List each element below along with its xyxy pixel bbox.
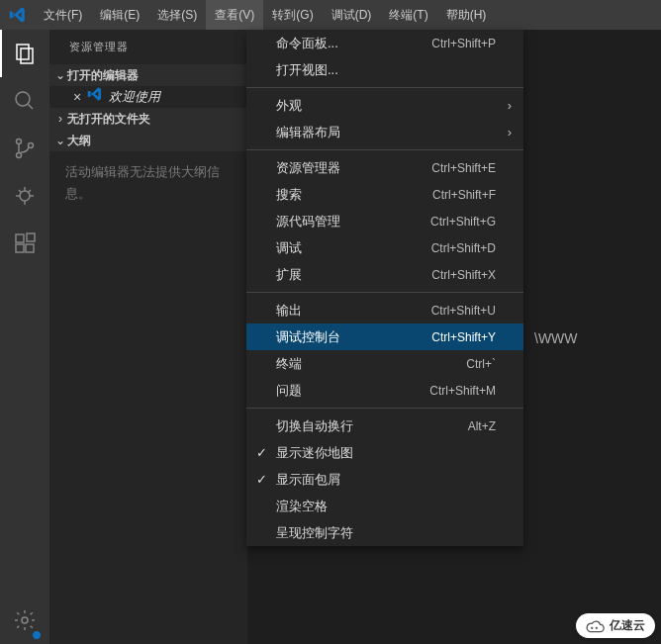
menu-terminal[interactable]: 终端(T) bbox=[380, 0, 436, 30]
menu-item-label: 渲染空格 bbox=[276, 498, 496, 515]
menu-item-shortcut: Ctrl+Shift+Y bbox=[431, 330, 496, 344]
svg-line-13 bbox=[29, 190, 32, 193]
menu-edit[interactable]: 编辑(E) bbox=[91, 0, 148, 30]
svg-line-3 bbox=[28, 104, 33, 109]
vscode-file-icon bbox=[87, 86, 103, 109]
menu-item-label: 调试控制台 bbox=[276, 328, 431, 346]
menu-item-shortcut: Ctrl+Shift+X bbox=[431, 268, 496, 282]
menu-item-label: 终端 bbox=[276, 355, 466, 373]
menu-help[interactable]: 帮助(H) bbox=[437, 0, 496, 30]
chevron-right-icon: › bbox=[508, 125, 512, 139]
section-label: 大纲 bbox=[67, 130, 91, 151]
menu-item-资源管理器[interactable]: 资源管理器Ctrl+Shift+E bbox=[246, 154, 523, 181]
outline-empty-message: 活动编辑器无法提供大纲信息。 bbox=[49, 151, 247, 205]
svg-point-4 bbox=[17, 139, 22, 144]
menu-item-编辑器布局[interactable]: 编辑器布局› bbox=[246, 119, 523, 145]
svg-rect-17 bbox=[27, 233, 35, 241]
menu-item-label: 源代码管理 bbox=[276, 213, 430, 230]
chevron-down-icon: ⌄ bbox=[53, 64, 67, 86]
extensions-icon[interactable] bbox=[0, 220, 49, 267]
menu-item-显示迷你地图[interactable]: ✓显示迷你地图 bbox=[246, 439, 523, 466]
sidebar-title: 资源管理器 bbox=[49, 30, 247, 64]
menu-item-shortcut: Ctrl+Shift+E bbox=[431, 161, 496, 175]
menu-separator bbox=[246, 87, 523, 88]
menu-item-label: 调试 bbox=[276, 239, 431, 257]
menu-item-shortcut: Ctrl+Shift+F bbox=[432, 188, 496, 202]
menu-separator bbox=[246, 292, 523, 293]
section-open-editors[interactable]: ⌄ 打开的编辑器 bbox=[49, 64, 247, 86]
menu-selection[interactable]: 选择(S) bbox=[148, 0, 206, 30]
menu-item-扩展[interactable]: 扩展Ctrl+Shift+X bbox=[246, 261, 523, 288]
menu-item-渲染空格[interactable]: 渲染空格 bbox=[246, 493, 523, 519]
open-editor-welcome[interactable]: × 欢迎使用 bbox=[49, 86, 247, 108]
section-label: 打开的编辑器 bbox=[67, 64, 139, 86]
menu-separator bbox=[246, 149, 523, 150]
svg-rect-16 bbox=[26, 244, 34, 252]
svg-rect-14 bbox=[16, 234, 24, 242]
menu-item-问题[interactable]: 问题Ctrl+Shift+M bbox=[246, 377, 523, 404]
svg-point-20 bbox=[596, 626, 598, 628]
settings-icon[interactable] bbox=[0, 597, 49, 644]
menu-view[interactable]: 查看(V) bbox=[206, 0, 263, 30]
menu-item-输出[interactable]: 输出Ctrl+Shift+U bbox=[246, 297, 523, 323]
svg-rect-1 bbox=[21, 48, 33, 63]
menu-item-打开视图...[interactable]: 打开视图... bbox=[246, 56, 523, 83]
svg-point-2 bbox=[16, 92, 30, 106]
svg-line-12 bbox=[19, 190, 22, 193]
menu-item-shortcut: Ctrl+Shift+D bbox=[431, 241, 496, 255]
explorer-icon[interactable] bbox=[0, 30, 49, 77]
menu-item-调试控制台[interactable]: 调试控制台Ctrl+Shift+Y bbox=[246, 323, 523, 350]
menu-item-shortcut: Ctrl+Shift+U bbox=[431, 304, 496, 318]
svg-rect-15 bbox=[16, 244, 24, 252]
menu-file[interactable]: 文件(F) bbox=[35, 0, 91, 30]
menu-item-搜索[interactable]: 搜索Ctrl+Shift+F bbox=[246, 181, 523, 208]
section-label: 无打开的文件夹 bbox=[67, 108, 150, 130]
watermark: 亿速云 bbox=[576, 613, 655, 638]
menu-item-终端[interactable]: 终端Ctrl+` bbox=[246, 350, 523, 377]
open-editor-label: 欢迎使用 bbox=[109, 86, 160, 108]
section-outline[interactable]: ⌄ 大纲 bbox=[49, 130, 247, 151]
check-icon: ✓ bbox=[256, 445, 267, 460]
section-no-folder[interactable]: › 无打开的文件夹 bbox=[49, 108, 247, 130]
menu-item-label: 资源管理器 bbox=[276, 159, 431, 177]
menu-item-外观[interactable]: 外观› bbox=[246, 92, 523, 119]
svg-point-19 bbox=[591, 626, 593, 628]
menu-item-命令面板...[interactable]: 命令面板...Ctrl+Shift+P bbox=[246, 30, 523, 56]
vscode-logo-icon bbox=[0, 6, 35, 24]
svg-point-6 bbox=[29, 143, 34, 148]
menu-item-label: 打开视图... bbox=[276, 61, 496, 79]
svg-rect-0 bbox=[17, 45, 29, 59]
check-icon: ✓ bbox=[256, 472, 267, 487]
search-icon[interactable] bbox=[0, 77, 49, 125]
view-menu-dropdown[interactable]: 命令面板...Ctrl+Shift+P打开视图...外观›编辑器布局›资源管理器… bbox=[246, 30, 523, 546]
menu-item-label: 显示迷你地图 bbox=[276, 444, 496, 462]
titlebar: 文件(F) 编辑(E) 选择(S) 查看(V) 转到(G) 调试(D) 终端(T… bbox=[0, 0, 661, 30]
svg-point-5 bbox=[17, 153, 22, 158]
menu-item-shortcut: Ctrl+Shift+P bbox=[431, 37, 496, 50]
chevron-right-icon: › bbox=[508, 98, 512, 113]
menu-item-label: 编辑器布局 bbox=[276, 124, 496, 141]
activitybar bbox=[0, 30, 49, 644]
sidebar: 资源管理器 ⌄ 打开的编辑器 × 欢迎使用 › 无打开的文件夹 ⌄ 大纲 活动编… bbox=[49, 30, 247, 644]
menu-item-显示面包屑[interactable]: ✓显示面包屑 bbox=[246, 466, 523, 493]
menu-item-源代码管理[interactable]: 源代码管理Ctrl+Shift+G bbox=[246, 208, 523, 234]
menu-item-label: 扩展 bbox=[276, 266, 431, 284]
debug-icon[interactable] bbox=[0, 172, 49, 220]
menu-item-label: 切换自动换行 bbox=[276, 417, 468, 435]
chevron-down-icon: ⌄ bbox=[53, 130, 67, 151]
menu-item-呈现控制字符[interactable]: 呈现控制字符 bbox=[246, 519, 523, 546]
menu-separator bbox=[246, 408, 523, 409]
menu-item-切换自动换行[interactable]: 切换自动换行Alt+Z bbox=[246, 413, 523, 439]
chevron-right-icon: › bbox=[53, 108, 67, 130]
menu-item-label: 显示面包屑 bbox=[276, 471, 496, 489]
close-icon[interactable]: × bbox=[73, 86, 81, 108]
svg-point-18 bbox=[22, 617, 28, 623]
menu-item-label: 输出 bbox=[276, 302, 431, 320]
menu-item-shortcut: Ctrl+Shift+G bbox=[430, 215, 496, 229]
menu-go[interactable]: 转到(G) bbox=[263, 0, 322, 30]
menu-debug[interactable]: 调试(D) bbox=[323, 0, 381, 30]
menu-item-label: 搜索 bbox=[276, 186, 432, 204]
menu-item-调试[interactable]: 调试Ctrl+Shift+D bbox=[246, 234, 523, 261]
source-control-icon[interactable] bbox=[0, 125, 49, 172]
cloud-icon bbox=[584, 619, 606, 633]
